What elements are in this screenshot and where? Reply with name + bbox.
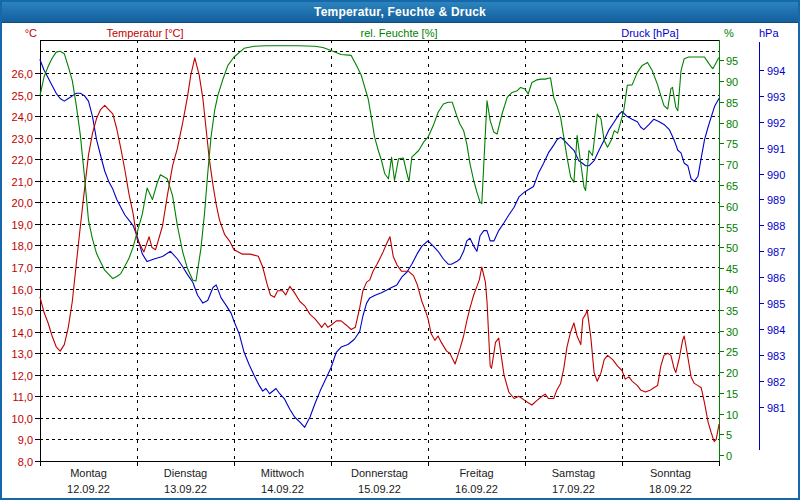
axis-tick-label: Freitag <box>459 467 493 479</box>
axis-tick-label: 95 <box>726 55 738 67</box>
axis-tick-label: 987 <box>767 246 785 258</box>
axis-tick-label: 65 <box>726 180 738 192</box>
axis-tick-label: Mittwoch <box>261 467 304 479</box>
axis-tick-label: 17.09.22 <box>552 483 595 495</box>
axis-tick-label: Sonntag <box>650 467 691 479</box>
axis-tick-label: % <box>724 27 734 39</box>
axis-tick-label: 0 <box>726 450 732 462</box>
axis-tick-label: 9,0 <box>18 434 33 446</box>
axis-tick-label: 10 <box>726 409 738 421</box>
axis-tick-label: 80 <box>726 118 738 130</box>
axis-tick-label: 994 <box>767 65 785 77</box>
axis-tick-label: 14.09.22 <box>261 483 304 495</box>
axis-tick-label: 12.09.22 <box>67 483 110 495</box>
axis-tick-label: 985 <box>767 298 785 310</box>
axis-tick-label: 24,0 <box>12 111 33 123</box>
axis-tick-label: 22,0 <box>12 154 33 166</box>
temperature-axis: 26,025,024,023,022,021,020,019,018,017,0… <box>12 27 40 468</box>
axis-tick-label: 989 <box>767 194 785 206</box>
axis-tick-label: 25,0 <box>12 90 33 102</box>
axis-tick-label: 14,0 <box>12 327 33 339</box>
axis-tick-label: 992 <box>767 117 785 129</box>
chart-canvas: 26,025,024,023,022,021,020,019,018,017,0… <box>2 22 798 498</box>
axis-tick-label: 991 <box>767 143 785 155</box>
axis-tick-label: 984 <box>767 324 785 336</box>
axis-tick-label: 981 <box>767 402 785 414</box>
axis-tick-label: 21,0 <box>12 176 33 188</box>
frame-border <box>41 41 720 462</box>
axis-tick-label: 45 <box>726 263 738 275</box>
title-bar: Temperatur, Feuchte & Druck <box>2 2 798 23</box>
axis-tick-label: 23,0 <box>12 133 33 145</box>
axis-tick-label: 986 <box>767 272 785 284</box>
axis-tick-label: Samstag <box>552 467 595 479</box>
axis-tick-label: 5 <box>726 429 732 441</box>
axis-tick-label: 40 <box>726 284 738 296</box>
app-window: Temperatur, Feuchte & Druck Temperatur [… <box>0 0 800 500</box>
axis-tick-label: 25 <box>726 346 738 358</box>
axis-tick-label: 15,0 <box>12 305 33 317</box>
axis-tick-label: 8,0 <box>18 456 33 468</box>
axis-tick-label: 11,0 <box>12 391 33 403</box>
axis-tick-label: 982 <box>767 376 785 388</box>
axis-tick-label: 18.09.22 <box>649 483 692 495</box>
axis-tick-label: hPa <box>759 27 779 39</box>
axis-tick-label: 26,0 <box>12 68 33 80</box>
axis-tick-label: 60 <box>726 201 738 213</box>
axis-tick-label: 20,0 <box>12 197 33 209</box>
axis-tick-label: 15.09.22 <box>358 483 401 495</box>
pressure-axis: 9949939929919909899889879869859849839829… <box>759 27 785 450</box>
window-title: Temperatur, Feuchte & Druck <box>314 5 486 19</box>
axis-tick-label: 10,0 <box>12 413 33 425</box>
series <box>40 46 719 442</box>
axis-tick-label: 983 <box>767 350 785 362</box>
axis-tick-label: 993 <box>767 91 785 103</box>
axis-tick-label: 12,0 <box>12 370 33 382</box>
axis-tick-label: 18,0 <box>12 240 33 252</box>
axis-tick-label: 16,0 <box>12 284 33 296</box>
axis-tick-label: 990 <box>767 169 785 181</box>
axis-tick-label: 13.09.22 <box>164 483 207 495</box>
axis-tick-label: °C <box>25 27 37 39</box>
axis-tick-label: 13,0 <box>12 348 33 360</box>
axis-tick-label: Donnerstag <box>351 467 408 479</box>
plot-frame <box>41 40 720 462</box>
axis-tick-label: Dienstag <box>164 467 207 479</box>
axis-tick-label: 19,0 <box>12 219 33 231</box>
temperature-curve <box>40 58 719 442</box>
pressure-curve <box>40 60 719 428</box>
axis-tick-label: 75 <box>726 138 738 150</box>
x-axis: Montag12.09.22Dienstag13.09.22Mittwoch14… <box>41 461 720 495</box>
axis-tick-label: 55 <box>726 222 738 234</box>
axis-tick-label: 15 <box>726 388 738 400</box>
axis-tick-label: 20 <box>726 367 738 379</box>
axis-tick-label: 90 <box>726 76 738 88</box>
axis-tick-label: 50 <box>726 242 738 254</box>
humidity-axis: 95908580757065605550454035302520151050% <box>719 27 738 462</box>
axis-tick-label: 70 <box>726 159 738 171</box>
axis-tick-label: 30 <box>726 326 738 338</box>
axis-tick-label: 17,0 <box>12 262 33 274</box>
axis-tick-label: 85 <box>726 97 738 109</box>
axis-tick-label: Montag <box>70 467 107 479</box>
axis-tick-label: 35 <box>726 305 738 317</box>
axis-tick-label: 988 <box>767 220 785 232</box>
axis-tick-label: 16.09.22 <box>455 483 498 495</box>
